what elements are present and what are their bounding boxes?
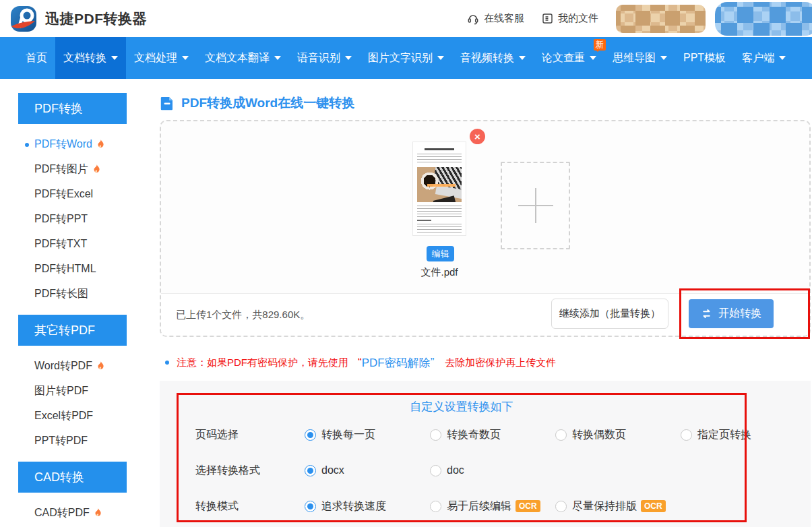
sidebar-item-图片转PDF[interactable]: 图片转PDF xyxy=(18,379,127,404)
upload-area[interactable]: × 编辑 文件.pdf 已上传1个文件，共829.60K。 继续添加（批量转换）… xyxy=(160,120,811,337)
add-file-dropzone[interactable] xyxy=(501,162,570,249)
top-header: 迅捷PDF转换器 在线客服 我的文件 xyxy=(0,0,812,37)
nav-item-label: 文档转换 xyxy=(63,51,106,65)
online-support-label: 在线客服 xyxy=(484,12,524,25)
plus-icon xyxy=(518,188,553,223)
nav-item-客户端[interactable]: 客户端 xyxy=(734,37,794,79)
radio-button-icon[interactable] xyxy=(555,429,567,441)
sidebar-item-label: CAD转PDF xyxy=(34,506,90,520)
sidebar-section-items: Word转PDF图片转PDFExcel转PDFPPT转PDF xyxy=(18,354,127,454)
sidebar-item-Word转PDF[interactable]: Word转PDF xyxy=(18,354,127,379)
nav-item-图片文字识别[interactable]: 图片文字识别 xyxy=(360,37,452,79)
remove-file-button[interactable]: × xyxy=(470,129,485,144)
radio-option-转换奇数页[interactable]: 转换奇数页 xyxy=(430,428,555,442)
radio-label: 转换每一页 xyxy=(321,428,375,442)
file-list-icon xyxy=(542,13,553,24)
thumb-doc-text xyxy=(417,154,462,164)
sidebar-item-label: PDF转Excel xyxy=(34,187,93,202)
radio-button-icon[interactable] xyxy=(305,429,316,441)
edit-file-button[interactable]: 编辑 xyxy=(427,246,454,261)
sidebar-item-label: PDF转Word xyxy=(34,137,92,152)
chevron-down-icon xyxy=(660,56,667,60)
nav-item-label: PPT模板 xyxy=(683,51,726,65)
radio-label: doc xyxy=(447,464,464,476)
sidebar-section-items: CAD转PDF xyxy=(18,501,127,526)
nav-item-文档转换[interactable]: 文档转换 xyxy=(55,37,126,79)
nav-item-语音识别[interactable]: 语音识别 xyxy=(289,37,360,79)
nav-item-文档文本翻译[interactable]: 文档文本翻译 xyxy=(197,37,289,79)
add-more-button[interactable]: 继续添加（批量转换） xyxy=(551,299,668,329)
sidebar-item-PDF转HTML[interactable]: PDF转HTML xyxy=(18,257,127,282)
my-files-link[interactable]: 我的文件 xyxy=(542,12,598,25)
nav-item-首页[interactable]: 首页 xyxy=(18,37,55,79)
sidebar-item-CAD转PDF[interactable]: CAD转PDF xyxy=(18,501,127,526)
sidebar-section-其它转PDF: 其它转PDF xyxy=(18,315,127,346)
radio-option-docx[interactable]: docx xyxy=(305,464,430,476)
nav-item-文档处理[interactable]: 文档处理 xyxy=(126,37,197,79)
fire-icon xyxy=(92,164,101,175)
radio-button-icon[interactable] xyxy=(430,501,441,512)
sidebar-item-PDF转长图[interactable]: PDF转长图 xyxy=(18,282,127,307)
online-support-link[interactable]: 在线客服 xyxy=(467,12,524,25)
brand-title: 迅捷PDF转换器 xyxy=(45,9,147,28)
chevron-down-icon xyxy=(111,56,118,60)
nav-item-音视频转换[interactable]: 音视频转换 xyxy=(452,37,534,79)
nav-item-label: 首页 xyxy=(26,51,47,65)
nav-item-label: 图片文字识别 xyxy=(368,51,433,65)
brand[interactable]: 迅捷PDF转换器 xyxy=(10,5,147,32)
radio-button-icon[interactable] xyxy=(305,501,316,512)
notice-prefix: 注意：如果PDF有密码保护，请先使用 xyxy=(177,356,348,369)
radio-button-icon[interactable] xyxy=(430,465,441,476)
sidebar-item-PPT转PDF[interactable]: PPT转PDF xyxy=(18,429,127,454)
sidebar-item-PDF转图片[interactable]: PDF转图片 xyxy=(18,157,127,182)
nav-item-label: 文档文本翻译 xyxy=(205,51,270,65)
ocr-badge: OCR xyxy=(516,500,540,512)
nav-item-PPT模板[interactable]: PPT模板 xyxy=(675,37,734,79)
radio-button-icon[interactable] xyxy=(305,465,316,476)
radio-label: docx xyxy=(321,464,344,476)
nav-item-label: 思维导图 xyxy=(613,51,656,65)
sidebar-item-PDF转PPT[interactable]: PDF转PPT xyxy=(18,207,127,232)
start-convert-button[interactable]: 开始转换 xyxy=(689,299,774,328)
nav-item-思维导图[interactable]: 思维导图 xyxy=(604,37,675,79)
settings-row-label: 转换模式 xyxy=(195,499,305,514)
radio-option-转换每一页[interactable]: 转换每一页 xyxy=(305,428,430,442)
settings-row-label: 选择转换格式 xyxy=(195,464,305,478)
password-notice: 注意：如果PDF有密码保护，请先使用 “ PDF密码解除 ” 去除加密保护再上传… xyxy=(160,355,811,370)
sidebar-item-PDF转Word[interactable]: PDF转Word xyxy=(18,132,127,157)
radio-option-转换偶数页[interactable]: 转换偶数页 xyxy=(555,428,681,442)
radio-option-追求转换速度[interactable]: 追求转换速度 xyxy=(305,499,430,514)
content: PDF转换PDF转WordPDF转图片PDF转ExcelPDF转PPTPDF转T… xyxy=(0,79,812,527)
file-thumbnail[interactable] xyxy=(412,142,466,236)
radio-option-指定页转换[interactable]: 指定页转换 xyxy=(681,428,806,442)
radio-option-doc[interactable]: doc xyxy=(430,464,555,476)
sidebar-item-label: PDF转HTML xyxy=(34,262,96,276)
thumb-doc-text xyxy=(417,206,462,217)
settings-row-转换模式: 转换模式追求转换速度易于后续编辑OCR尽量保持排版OCR xyxy=(195,498,797,514)
document-icon xyxy=(160,96,175,111)
settings-row-选择转换格式: 选择转换格式docxdoc xyxy=(195,462,797,478)
chevron-down-icon xyxy=(437,56,444,60)
chevron-down-icon xyxy=(519,56,526,60)
sidebar-section-CAD转换: CAD转换 xyxy=(18,462,127,493)
radio-button-icon[interactable] xyxy=(430,429,441,441)
swap-arrows-icon xyxy=(701,309,712,319)
radio-label: 转换奇数页 xyxy=(447,428,501,442)
radio-button-icon[interactable] xyxy=(681,429,692,441)
sidebar-item-PDF转TXT[interactable]: PDF转TXT xyxy=(18,232,127,257)
my-files-label: 我的文件 xyxy=(558,12,598,25)
nav-item-label: 论文查重 xyxy=(542,51,585,65)
radio-label: 尽量保持排版 xyxy=(572,499,637,514)
sidebar-section-PDF转换: PDF转换 xyxy=(18,93,127,124)
sidebar-item-PDF转Excel[interactable]: PDF转Excel xyxy=(18,182,127,207)
nav-item-论文查重[interactable]: 论文查重新 xyxy=(534,37,604,79)
sidebar-item-Excel转PDF[interactable]: Excel转PDF xyxy=(18,404,127,429)
fire-icon xyxy=(96,361,105,371)
radio-label: 追求转换速度 xyxy=(321,499,386,514)
nav-item-label: 音视频转换 xyxy=(460,51,514,65)
sidebar-item-label: PPT转PDF xyxy=(34,434,88,448)
pdf-password-remove-link[interactable]: PDF密码解除 xyxy=(362,355,431,371)
radio-button-icon[interactable] xyxy=(555,501,567,512)
radio-option-易于后续编辑[interactable]: 易于后续编辑OCR xyxy=(430,499,555,514)
radio-option-尽量保持排版[interactable]: 尽量保持排版OCR xyxy=(555,499,681,514)
